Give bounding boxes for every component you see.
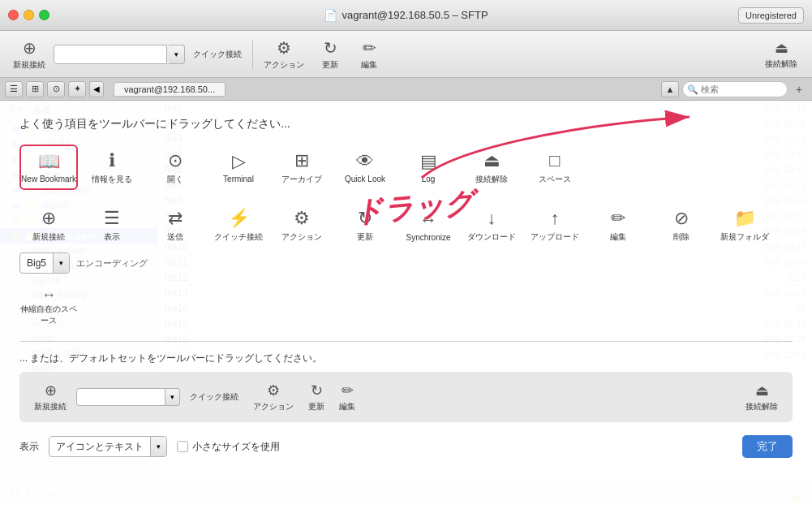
def-quickconnect-input[interactable] <box>76 388 165 406</box>
overlay-title: よく使う項目をツールバーにドラッグしてください... <box>19 117 793 132</box>
palette-new-bookmark[interactable]: 📖 New Bookmark <box>19 145 78 190</box>
refresh-icon: ↻ <box>324 38 337 58</box>
palette-newconn-icon: ⊕ <box>41 208 56 229</box>
action-button[interactable]: ⚙ アクション <box>259 35 309 74</box>
palette-terminal[interactable]: ▷ Terminal <box>209 145 268 190</box>
def-edit-label: 編集 <box>339 401 355 412</box>
separator <box>19 341 793 342</box>
tab-back-button[interactable]: ◀ <box>89 81 104 97</box>
palette-download[interactable]: ↓ ダウンロード <box>462 203 521 248</box>
disconnect-button[interactable]: ⏏ 接続解除 <box>758 36 804 73</box>
stretch-space-icon: ↔ <box>41 287 56 304</box>
encoding-value: Big5 <box>20 257 53 269</box>
new-connection-icon: ⊕ <box>23 38 37 58</box>
terminal-icon: ▷ <box>232 151 246 172</box>
quick-connect-label-item: クイック接続 <box>188 45 247 63</box>
download-icon: ↓ <box>488 208 496 229</box>
quick-connect-dropdown[interactable]: ▾ <box>169 45 185 64</box>
palette-disconnect[interactable]: ⏏ 接続解除 <box>462 145 521 190</box>
encoding-dropdown[interactable]: ▾ <box>53 252 69 274</box>
palette-send[interactable]: ⇄ 送信 <box>146 203 204 248</box>
active-tab[interactable]: vagrant@192.168.50... <box>114 82 226 97</box>
palette-archive[interactable]: ⊞ アーカイブ <box>273 145 331 190</box>
log-label: Log <box>422 175 436 183</box>
tab-download-button[interactable]: ⊙ <box>47 81 65 97</box>
def-quickconn-text: クイック接続 <box>190 391 238 403</box>
palette-row-top: ⊕ 新規接続 ☰ 表示 ⇄ 送信 ⚡ クイッチ接続 ⚙ アクション ↻ 更新 <box>19 203 793 248</box>
encoding-row: Big5 ▾ エンコーディング <box>19 252 793 274</box>
minimize-button[interactable] <box>24 10 34 20</box>
terminal-label: Terminal <box>223 175 254 183</box>
quick-connect-input[interactable] <box>54 45 167 64</box>
palette-space[interactable]: □ スペース <box>526 145 584 190</box>
toolbar-divider-1 <box>252 40 253 69</box>
palette-newfolder[interactable]: 📁 新規フォルダ <box>715 203 774 248</box>
palette-log[interactable]: ▤ Log <box>399 145 458 190</box>
edit-icon: ✏ <box>363 38 376 58</box>
tab-bookmark-button[interactable]: ✦ <box>68 81 86 97</box>
edit-button[interactable]: ✏ 編集 <box>351 35 387 74</box>
def-quickconn-label: クイック接続 <box>185 390 243 404</box>
palette-edit[interactable]: ✏ 編集 <box>589 203 647 248</box>
maximize-button[interactable] <box>39 10 49 20</box>
def-newconn[interactable]: ⊕ 新規接続 <box>29 380 71 414</box>
palette-action[interactable]: ⚙ アクション <box>273 203 331 248</box>
tab-controls: ☰ ⊞ ⊙ ✦ ◀ <box>5 81 104 97</box>
open-label: 開く <box>167 174 183 185</box>
tab-label: vagrant@192.168.50... <box>124 84 215 94</box>
stretch-space-item[interactable]: ↔ 伸縮自在のスペース <box>19 287 78 326</box>
tab-list-button[interactable]: ☰ <box>5 81 23 97</box>
palette-quicklook[interactable]: 👁 Quick Look <box>336 145 394 190</box>
palette-view[interactable]: ☰ 表示 <box>83 203 141 248</box>
tab-view-button[interactable]: ⊞ <box>26 81 44 97</box>
sync-label: Synchronize <box>406 233 450 242</box>
display-dropdown[interactable]: ▾ <box>150 436 166 457</box>
new-connection-button[interactable]: ⊕ 新規接続 <box>8 35 50 74</box>
palette-upload[interactable]: ↑ アップロード <box>526 203 584 248</box>
refresh-button[interactable]: ↻ 更新 <box>312 35 348 74</box>
quicklook-icon: 👁 <box>356 151 374 172</box>
edit-label: 編集 <box>361 59 377 71</box>
palette-delete[interactable]: ⊘ 削除 <box>652 203 711 248</box>
add-tab-button[interactable]: + <box>791 81 807 97</box>
def-action[interactable]: ⚙ アクション <box>248 380 299 414</box>
unregistered-button[interactable]: Unregistered <box>738 7 804 24</box>
palette-open[interactable]: ⊙ 開く <box>146 145 204 190</box>
palette-refresh-icon: ↻ <box>358 208 372 229</box>
customize-toolbar-overlay: よく使う項目をツールバーにドラッグしてください... 📖 New Bookmar… <box>0 101 812 505</box>
def-quickconnect-arrow[interactable]: ▾ <box>165 388 180 406</box>
info-label: 情報を見る <box>92 174 132 185</box>
upload-label: アップロード <box>531 231 579 243</box>
quitch-label: クイッチ接続 <box>214 231 263 243</box>
action-icon: ⚙ <box>277 38 291 58</box>
palette-refresh[interactable]: ↻ 更新 <box>336 203 394 248</box>
def-refresh[interactable]: ↻ 更新 <box>303 380 329 414</box>
archive-icon: ⊞ <box>294 150 309 171</box>
palette-info[interactable]: ℹ 情報を見る <box>83 145 141 190</box>
palette-quitch[interactable]: ⚡ クイッチ接続 <box>209 203 268 248</box>
palette-newconn[interactable]: ⊕ 新規接続 <box>19 203 78 248</box>
sync-icon: ↔ <box>419 209 437 231</box>
def-disconnect[interactable]: ⏏ 接続解除 <box>741 380 783 414</box>
small-size-checkbox[interactable] <box>177 441 188 452</box>
newfolder-icon: 📁 <box>734 208 756 229</box>
default-toolbar-section: ⊕ 新規接続 ▾ クイック接続 ⚙ アクション ↻ 更新 ✏ 編集 <box>19 372 793 422</box>
toolbar-palette: 📖 New Bookmark ℹ 情報を見る ⊙ 開く ▷ Terminal ⊞… <box>19 145 793 190</box>
def-refresh-icon: ↻ <box>311 382 323 399</box>
title-bar: 📄 vagrant@192.168.50.5 – SFTP Unregister… <box>0 0 812 31</box>
def-quickconnect[interactable]: ▾ <box>76 388 180 406</box>
done-button[interactable]: 完了 <box>742 435 793 458</box>
sort-up-button[interactable]: ▲ <box>661 81 679 97</box>
search-icon: 🔍 <box>687 84 698 94</box>
palette-sync[interactable]: ↔ Synchronize <box>399 203 458 248</box>
close-button[interactable] <box>8 10 19 20</box>
def-edit[interactable]: ✏ 編集 <box>334 380 360 414</box>
display-select[interactable]: アイコンとテキスト ▾ <box>49 436 167 457</box>
small-size-checkbox-area: 小さなサイズを使用 <box>177 440 280 454</box>
encoding-select[interactable]: Big5 ▾ <box>19 252 70 274</box>
def-action-label: アクション <box>253 401 294 412</box>
encoding-label: エンコーディング <box>76 257 148 270</box>
main-area-wrapper: ドラッグ ファイル名 ▶ 📁.cache▶ 📁.config▶ 📁.npm▶ 📁… <box>0 101 812 505</box>
window-title: 📄 vagrant@192.168.50.5 – SFTP <box>324 9 488 22</box>
display-label: 表示 <box>19 440 39 454</box>
